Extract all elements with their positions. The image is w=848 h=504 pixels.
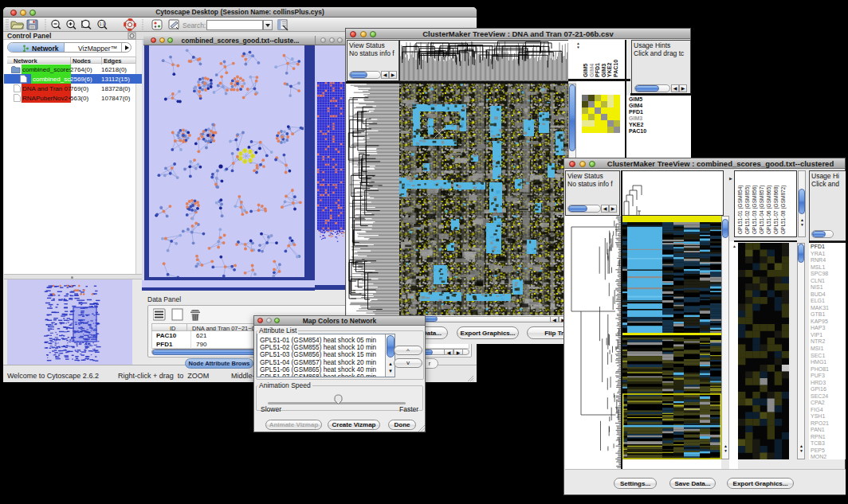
svg-text:1:1: 1:1 xyxy=(100,21,105,26)
